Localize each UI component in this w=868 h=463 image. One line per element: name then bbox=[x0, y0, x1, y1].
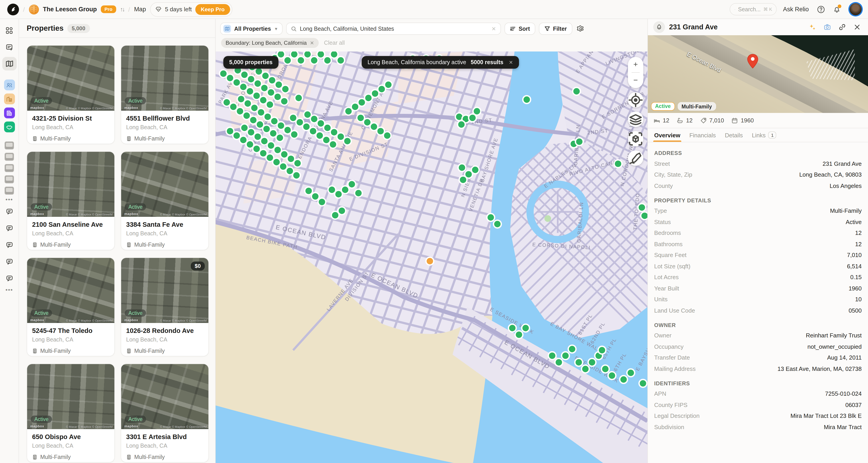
property-marker[interactable] bbox=[471, 166, 479, 174]
close-panel-button[interactable] bbox=[852, 22, 863, 33]
sidebar-item-companies[interactable] bbox=[4, 107, 15, 118]
property-marker[interactable] bbox=[614, 160, 622, 168]
map-canvas[interactable]: PARK AVECORONA AVECOVINA AVECORONADO AVE… bbox=[216, 52, 647, 463]
property-marker[interactable] bbox=[277, 52, 285, 58]
help-button[interactable] bbox=[815, 3, 827, 15]
type-badge[interactable]: Multi-Family bbox=[677, 102, 716, 111]
property-card[interactable]: Active mapbox © Maxar © Mapbox © OpenStr… bbox=[27, 151, 115, 250]
global-search-input[interactable]: Search... ⌘ K bbox=[730, 3, 777, 15]
property-marker[interactable] bbox=[292, 171, 300, 179]
property-marker[interactable] bbox=[493, 220, 501, 228]
property-marker[interactable] bbox=[639, 379, 647, 387]
sidebar-more-chats-button[interactable]: ••• bbox=[5, 288, 13, 292]
ask-relio-link[interactable]: Ask Relio bbox=[783, 6, 809, 13]
property-marker[interactable] bbox=[348, 180, 355, 188]
tab-financials[interactable]: Financials bbox=[689, 128, 716, 142]
dismiss-boundary-icon[interactable]: ✕ bbox=[509, 59, 513, 65]
property-marker[interactable] bbox=[459, 176, 467, 184]
property-marker[interactable] bbox=[317, 52, 324, 58]
property-marker[interactable] bbox=[330, 52, 338, 58]
property-marker[interactable] bbox=[458, 121, 465, 128]
sidebar-item-chat-3[interactable] bbox=[2, 238, 17, 252]
sidebar-item-new-note[interactable] bbox=[2, 40, 17, 54]
property-marker[interactable] bbox=[384, 81, 392, 89]
property-marker[interactable] bbox=[458, 164, 466, 171]
detail-minimap[interactable]: E Ocean Blvd Active Multi-Family bbox=[648, 35, 868, 113]
sidebar-item-map[interactable] bbox=[2, 57, 17, 70]
property-marker[interactable] bbox=[598, 346, 606, 354]
user-avatar[interactable] bbox=[849, 3, 862, 15]
sidebar-item-chat-4[interactable] bbox=[2, 255, 17, 268]
property-marker[interactable] bbox=[572, 88, 580, 95]
property-marker[interactable] bbox=[297, 57, 305, 64]
sidebar-item-saved-view-5[interactable] bbox=[4, 187, 14, 195]
sidebar-item-listings[interactable] bbox=[4, 94, 15, 104]
property-card[interactable]: Active mapbox © Maxar © Mapbox © OpenStr… bbox=[27, 45, 115, 144]
clear-all-filters-button[interactable]: Clear all bbox=[324, 40, 345, 46]
property-marker[interactable] bbox=[608, 372, 616, 379]
property-marker[interactable] bbox=[284, 57, 291, 64]
draw-button[interactable] bbox=[628, 151, 643, 166]
keep-pro-button[interactable]: Keep Pro bbox=[195, 4, 230, 15]
org-switcher-icon[interactable]: ↑↓ bbox=[120, 6, 124, 13]
property-marker[interactable] bbox=[576, 138, 583, 145]
sidebar-item-chat-2[interactable] bbox=[2, 221, 17, 235]
property-marker[interactable] bbox=[555, 358, 563, 366]
property-card[interactable]: Active mapbox © Maxar © Mapbox © OpenStr… bbox=[121, 45, 209, 144]
property-marker[interactable] bbox=[266, 101, 274, 108]
remove-boundary-icon[interactable]: ✕ bbox=[310, 40, 314, 46]
sidebar-item-dashboard[interactable] bbox=[2, 24, 17, 37]
status-badge[interactable]: Active bbox=[651, 102, 675, 111]
property-marker[interactable] bbox=[627, 369, 634, 377]
property-card[interactable]: Active mapbox © Maxar © Mapbox © OpenStr… bbox=[121, 364, 209, 463]
property-marker[interactable] bbox=[561, 352, 569, 360]
sidebar-item-saved-view-2[interactable] bbox=[4, 153, 14, 161]
property-marker[interactable] bbox=[620, 375, 627, 383]
property-marker[interactable] bbox=[337, 57, 344, 64]
street-view-button[interactable] bbox=[822, 22, 833, 33]
property-marker[interactable] bbox=[329, 140, 337, 148]
filter-button[interactable]: Filter bbox=[539, 23, 572, 35]
sidebar-item-contacts[interactable] bbox=[4, 79, 15, 90]
relio-logo-icon[interactable] bbox=[7, 3, 19, 15]
property-marker[interactable] bbox=[276, 134, 284, 142]
property-marker[interactable] bbox=[522, 324, 529, 332]
property-marker[interactable] bbox=[305, 187, 312, 195]
property-marker[interactable] bbox=[290, 131, 298, 138]
map-settings-button[interactable] bbox=[576, 25, 585, 33]
property-card[interactable]: $0 Active mapbox © Maxar © Mapbox © Open… bbox=[121, 258, 209, 356]
property-marker[interactable] bbox=[473, 107, 481, 115]
sidebar-item-saved-view-1[interactable] bbox=[4, 141, 14, 150]
property-marker[interactable] bbox=[588, 358, 596, 366]
sidebar-item-deals[interactable] bbox=[4, 122, 15, 132]
sort-button[interactable]: Sort bbox=[504, 23, 535, 35]
property-marker[interactable] bbox=[426, 257, 434, 265]
notifications-button[interactable] bbox=[831, 3, 843, 15]
ai-enrich-button[interactable] bbox=[807, 22, 818, 33]
property-marker[interactable] bbox=[355, 189, 362, 197]
property-marker[interactable] bbox=[318, 198, 326, 206]
property-marker[interactable] bbox=[341, 186, 349, 194]
copy-link-button[interactable] bbox=[837, 22, 848, 33]
sidebar-item-saved-view-3[interactable] bbox=[4, 164, 14, 172]
tab-overview[interactable]: Overview bbox=[654, 128, 680, 142]
property-marker[interactable] bbox=[338, 207, 346, 214]
map-search-input[interactable]: Long Beach, California, United States ✕ bbox=[286, 23, 501, 35]
property-card[interactable]: Active mapbox © Maxar © Mapbox © OpenStr… bbox=[27, 364, 115, 463]
property-marker[interactable] bbox=[281, 97, 288, 105]
property-type-dropdown[interactable]: All Properties ▼ bbox=[220, 23, 283, 35]
property-marker[interactable] bbox=[304, 52, 311, 58]
tab-links[interactable]: Links1 bbox=[752, 128, 776, 142]
property-marker[interactable] bbox=[575, 358, 583, 366]
property-marker[interactable] bbox=[601, 365, 609, 373]
property-marker[interactable] bbox=[311, 192, 319, 200]
sidebar-item-chat-1[interactable] bbox=[2, 205, 17, 218]
property-marker[interactable] bbox=[508, 324, 516, 332]
org-name[interactable]: The Leeson Group bbox=[43, 6, 97, 13]
property-marker[interactable] bbox=[344, 137, 351, 145]
sidebar-item-chat-5[interactable] bbox=[2, 271, 17, 285]
tab-details[interactable]: Details bbox=[725, 128, 743, 142]
property-marker[interactable] bbox=[281, 85, 289, 93]
property-marker[interactable] bbox=[487, 214, 495, 221]
property-marker[interactable] bbox=[568, 345, 576, 353]
